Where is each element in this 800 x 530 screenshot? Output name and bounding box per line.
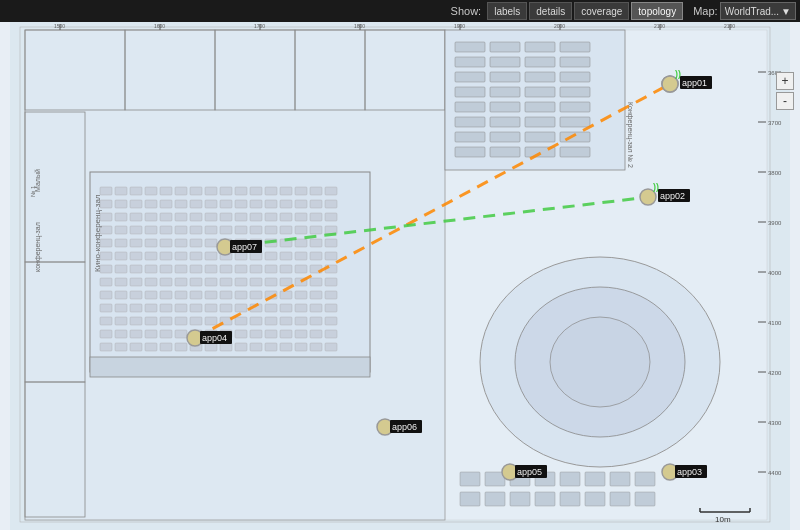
svg-rect-45 [295, 200, 307, 208]
svg-rect-134 [190, 278, 202, 286]
svg-rect-220 [280, 343, 292, 351]
svg-rect-69 [175, 226, 187, 234]
map-dropdown-value: WorldTrad... [725, 6, 779, 17]
svg-rect-164 [160, 304, 172, 312]
svg-rect-124 [280, 265, 292, 273]
svg-text:Кино-конференц-зал: Кино-конференц-зал [93, 194, 102, 272]
svg-rect-99 [145, 252, 157, 260]
svg-rect-174 [310, 304, 322, 312]
svg-rect-169 [235, 304, 247, 312]
svg-rect-242 [455, 102, 485, 112]
svg-rect-60 [280, 213, 292, 221]
svg-rect-135 [205, 278, 217, 286]
svg-rect-255 [490, 147, 520, 157]
svg-rect-175 [325, 304, 337, 312]
svg-rect-52 [160, 213, 172, 221]
svg-rect-143 [325, 278, 337, 286]
svg-rect-161 [115, 304, 127, 312]
svg-rect-231 [490, 57, 520, 67]
svg-rect-152 [220, 291, 232, 299]
svg-rect-233 [560, 57, 590, 67]
svg-rect-56 [220, 213, 232, 221]
svg-text:1700: 1700 [254, 23, 265, 29]
svg-rect-212 [160, 343, 172, 351]
map-dropdown[interactable]: WorldTrad... ▼ [720, 2, 796, 20]
svg-rect-44 [280, 200, 292, 208]
svg-rect-144 [100, 291, 112, 299]
svg-rect-249 [560, 117, 590, 127]
svg-rect-246 [455, 117, 485, 127]
svg-rect-272 [610, 492, 630, 506]
svg-rect-224 [90, 357, 370, 377]
map-dropdown-arrow: ▼ [781, 6, 791, 17]
svg-rect-133 [175, 278, 187, 286]
show-label: Show: [451, 5, 482, 17]
svg-rect-252 [525, 132, 555, 142]
svg-text:app07: app07 [232, 242, 257, 252]
svg-rect-16 [100, 187, 112, 195]
btn-topology[interactable]: topology [631, 2, 683, 20]
svg-rect-71 [205, 226, 217, 234]
svg-rect-209 [115, 343, 127, 351]
svg-rect-21 [175, 187, 187, 195]
svg-rect-139 [265, 278, 277, 286]
svg-rect-110 [310, 252, 322, 260]
svg-rect-153 [235, 291, 247, 299]
svg-rect-65 [115, 226, 127, 234]
svg-rect-33 [115, 200, 127, 208]
zoom-out-button[interactable]: - [776, 92, 794, 110]
svg-rect-109 [295, 252, 307, 260]
toolbar: Show: labels details coverage topology M… [0, 0, 800, 22]
svg-rect-258 [460, 472, 480, 486]
svg-rect-40 [220, 200, 232, 208]
svg-rect-173 [295, 304, 307, 312]
zoom-in-button[interactable]: + [776, 72, 794, 90]
btn-labels[interactable]: labels [487, 2, 527, 20]
svg-text:app04: app04 [202, 333, 227, 343]
svg-rect-47 [325, 200, 337, 208]
btn-details[interactable]: details [529, 2, 572, 20]
svg-rect-219 [265, 343, 277, 351]
svg-rect-76 [280, 226, 292, 234]
svg-rect-117 [175, 265, 187, 273]
svg-text:4200: 4200 [768, 370, 782, 376]
svg-rect-147 [145, 291, 157, 299]
svg-rect-29 [295, 187, 307, 195]
svg-rect-70 [190, 226, 202, 234]
svg-rect-251 [490, 132, 520, 142]
svg-rect-193 [115, 330, 127, 338]
svg-rect-230 [455, 57, 485, 67]
svg-text:10m: 10m [715, 515, 731, 524]
svg-rect-62 [310, 213, 322, 221]
svg-rect-247 [490, 117, 520, 127]
svg-rect-210 [130, 343, 142, 351]
svg-rect-187 [265, 317, 277, 325]
svg-rect-100 [160, 252, 172, 260]
svg-rect-157 [295, 291, 307, 299]
svg-rect-132 [160, 278, 172, 286]
svg-rect-204 [280, 330, 292, 338]
map-label: Map: [693, 5, 717, 17]
svg-rect-196 [160, 330, 172, 338]
svg-rect-228 [525, 42, 555, 52]
svg-rect-46 [310, 200, 322, 208]
svg-rect-188 [280, 317, 292, 325]
svg-rect-25 [235, 187, 247, 195]
svg-rect-263 [585, 472, 605, 486]
svg-rect-26 [250, 187, 262, 195]
svg-rect-58 [250, 213, 262, 221]
svg-rect-205 [295, 330, 307, 338]
btn-coverage[interactable]: coverage [574, 2, 629, 20]
svg-rect-213 [175, 343, 187, 351]
svg-rect-111 [325, 252, 337, 260]
floor-plan-svg: Малый конференц-зал № 1 Кино-конференц-з… [0, 22, 800, 530]
svg-text:4100: 4100 [768, 320, 782, 326]
svg-rect-248 [525, 117, 555, 127]
svg-rect-49 [115, 213, 127, 221]
svg-rect-39 [205, 200, 217, 208]
svg-rect-227 [490, 42, 520, 52]
svg-rect-168 [220, 304, 232, 312]
svg-rect-36 [160, 200, 172, 208]
svg-rect-105 [235, 252, 247, 260]
svg-rect-85 [175, 239, 187, 247]
